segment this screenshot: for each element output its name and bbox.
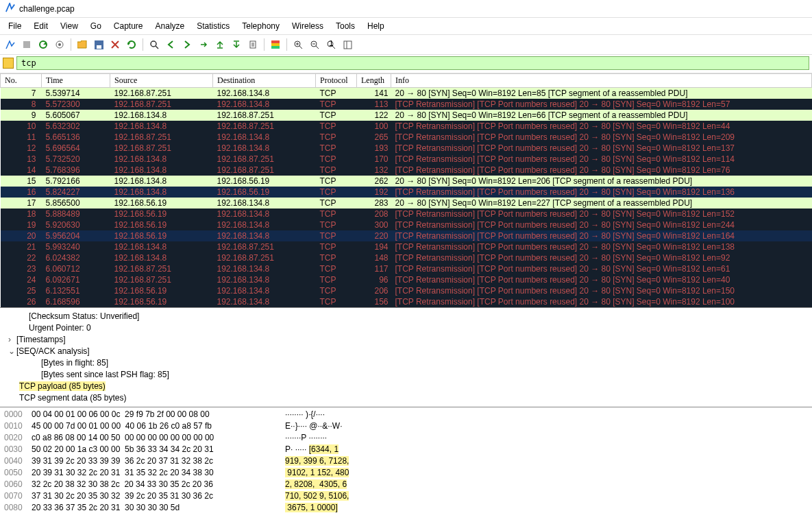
hex-row[interactable]: 008020 33 36 37 35 2c 20 31 30 30 30 30 … [0, 502, 812, 514]
hex-row[interactable]: 006032 2c 20 38 32 30 38 2c 20 34 33 30 … [0, 479, 812, 490]
go-to-packet-icon[interactable] [196, 37, 211, 52]
svg-rect-5 [97, 45, 101, 49]
svg-rect-12 [271, 43, 280, 46]
menu-tools[interactable]: Tools [330, 19, 360, 33]
menu-go[interactable]: Go [85, 19, 107, 33]
column-length[interactable]: Length [357, 74, 391, 88]
packet-row[interactable]: 95.605067192.168.134.8192.168.87.251TCP1… [1, 110, 812, 121]
reload-file-icon[interactable] [124, 37, 139, 52]
packet-row[interactable]: 75.539714192.168.87.251192.168.134.8TCP1… [1, 88, 812, 99]
hex-row[interactable]: 003050 02 20 00 1a c3 00 00 5b 36 33 34 … [0, 444, 812, 455]
filter-bar [0, 55, 812, 73]
titlebar: challenge.pcap [0, 0, 812, 18]
column-info[interactable]: Info [391, 74, 812, 88]
svg-rect-13 [271, 46, 280, 49]
svg-rect-0 [23, 41, 30, 48]
restart-capture-icon[interactable] [36, 37, 51, 52]
menu-edit[interactable]: Edit [28, 19, 53, 33]
colorize-icon[interactable] [268, 37, 283, 52]
packet-row[interactable]: 215.993240192.168.134.8192.168.87.251TCP… [1, 241, 812, 252]
menubar: FileEditViewGoCaptureAnalyzeStatisticsTe… [0, 18, 812, 35]
svg-rect-11 [271, 40, 280, 43]
menu-statistics[interactable]: Statistics [191, 19, 235, 33]
hex-row[interactable]: 004039 31 39 2c 20 33 39 39 36 2c 20 37 … [0, 455, 812, 467]
menu-analyze[interactable]: Analyze [150, 19, 190, 33]
urgent-pointer: Urgent Pointer: 0 [0, 322, 812, 334]
svg-point-3 [58, 43, 61, 46]
go-prev-icon[interactable] [163, 37, 178, 52]
window-title: challenge.pcap [19, 4, 75, 14]
packet-row[interactable]: 145.768396192.168.134.8192.168.87.251TCP… [1, 165, 812, 176]
hex-row[interactable]: 0020c0 a8 86 08 00 14 00 50 00 00 00 00 … [0, 432, 812, 444]
packet-row[interactable]: 226.024382192.168.134.8192.168.87.251TCP… [1, 252, 812, 263]
packet-row[interactable]: 85.572300192.168.87.251192.168.134.8TCP1… [1, 99, 812, 110]
hex-row[interactable]: 001045 00 00 7d 00 01 00 00 40 06 1b 26 … [0, 420, 812, 432]
hex-row[interactable]: 000000 04 00 01 00 06 00 0c 29 f9 7b 2f … [0, 409, 812, 420]
app-icon [5, 3, 15, 14]
find-packet-icon[interactable] [147, 37, 162, 52]
packet-row[interactable]: 236.060712192.168.87.251192.168.134.8TCP… [1, 263, 812, 274]
packet-list[interactable]: No.TimeSourceDestinationProtocolLengthIn… [0, 73, 812, 308]
menu-file[interactable]: File [3, 19, 27, 33]
svg-point-6 [151, 41, 156, 47]
save-file-icon[interactable] [91, 37, 106, 52]
menu-capture[interactable]: Capture [108, 19, 149, 33]
zoom-reset-icon[interactable]: 1 [323, 37, 339, 52]
hex-row[interactable]: 007037 31 30 2c 20 35 30 32 39 2c 20 35 … [0, 490, 812, 502]
svg-line-19 [316, 46, 319, 49]
zoom-out-icon[interactable] [307, 37, 322, 52]
column-time[interactable]: Time [42, 74, 110, 88]
zoom-in-icon[interactable] [291, 37, 306, 52]
hex-pane[interactable]: 000000 04 00 01 00 06 00 0c 29 f9 7b 2f … [0, 407, 812, 515]
packet-row[interactable]: 195.920630192.168.56.19192.168.134.8TCP3… [1, 219, 812, 230]
packet-row[interactable]: 125.696564192.168.87.251192.168.134.8TCP… [1, 143, 812, 154]
column-source[interactable]: Source [110, 74, 213, 88]
tcp-payload[interactable]: TCP payload (85 bytes) [0, 381, 812, 392]
bookmark-icon[interactable] [3, 58, 14, 69]
menu-telephony[interactable]: Telephony [236, 19, 285, 33]
packet-row[interactable]: 256.132551192.168.56.19192.168.134.8TCP2… [1, 285, 812, 296]
packet-row[interactable]: 185.888489192.168.56.19192.168.134.8TCP2… [1, 209, 812, 219]
go-last-icon[interactable] [229, 37, 244, 52]
menu-view[interactable]: View [55, 19, 84, 33]
auto-scroll-icon[interactable] [245, 37, 260, 52]
open-file-icon[interactable] [75, 37, 90, 52]
tcp-segment-data[interactable]: TCP segment data (85 bytes) [0, 392, 812, 404]
packet-row[interactable]: 266.168596192.168.56.19192.168.134.8TCP1… [1, 296, 812, 307]
packet-row[interactable]: 205.956204192.168.56.19192.168.134.8TCP2… [1, 230, 812, 241]
packet-row[interactable]: 175.856500192.168.56.19192.168.134.8TCP2… [1, 198, 812, 209]
packet-row[interactable]: 135.732520192.168.134.8192.168.87.251TCP… [1, 154, 812, 165]
timestamps-node[interactable]: ›[Timestamps] [0, 334, 812, 346]
packet-row[interactable]: 165.824227192.168.134.8192.168.56.19TCP1… [1, 187, 812, 198]
svg-rect-24 [344, 41, 352, 49]
go-next-icon[interactable] [180, 37, 195, 52]
svg-line-15 [299, 46, 302, 49]
checksum-status: [Checksum Status: Unverified] [0, 311, 812, 322]
column-destination[interactable]: Destination [213, 74, 316, 88]
close-file-icon[interactable] [108, 37, 123, 52]
stop-capture-icon[interactable] [19, 37, 34, 52]
svg-line-7 [156, 46, 158, 49]
go-first-icon[interactable] [212, 37, 227, 52]
bytes-since-psh: [Bytes sent since last PSH flag: 85] [0, 369, 812, 381]
seqack-node[interactable]: ⌄[SEQ/ACK analysis] [0, 346, 812, 357]
toolbar: 1 [0, 35, 812, 55]
column-no[interactable]: No. [1, 74, 42, 88]
bytes-in-flight: [Bytes in flight: 85] [0, 357, 812, 369]
packet-row[interactable]: 115.665136192.168.87.251192.168.134.8TCP… [1, 132, 812, 143]
packet-row[interactable]: 105.632302192.168.134.8192.168.87.251TCP… [1, 121, 812, 132]
svg-text:1: 1 [329, 40, 334, 48]
capture-options-icon[interactable] [52, 37, 67, 52]
packet-row[interactable]: 155.792166192.168.134.8192.168.56.19TCP2… [1, 176, 812, 187]
hex-row[interactable]: 005020 39 31 30 32 2c 20 31 31 35 32 2c … [0, 467, 812, 479]
packet-details[interactable]: [Checksum Status: Unverified] Urgent Poi… [0, 308, 812, 407]
column-protocol[interactable]: Protocol [316, 74, 357, 88]
display-filter-input[interactable] [16, 56, 809, 70]
menu-help[interactable]: Help [362, 19, 390, 33]
packet-row[interactable]: 246.092671192.168.87.251192.168.134.8TCP… [1, 274, 812, 285]
resize-columns-icon[interactable] [340, 37, 355, 52]
start-capture-icon[interactable] [3, 37, 18, 52]
menu-wireless[interactable]: Wireless [286, 19, 329, 33]
